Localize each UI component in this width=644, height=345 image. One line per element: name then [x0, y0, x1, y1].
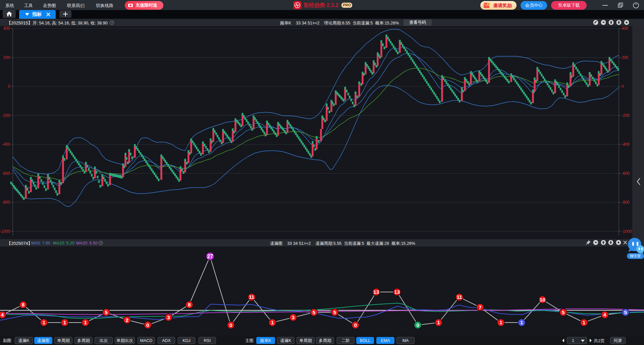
svg-text:-600: -600 — [2, 171, 10, 176]
svg-text:1: 1 — [43, 320, 45, 325]
svg-text:4: 4 — [1, 312, 4, 318]
svg-text:3: 3 — [167, 315, 170, 320]
svg-text:5: 5 — [313, 309, 315, 315]
svg-text:5: 5 — [105, 309, 107, 315]
svg-text:200: 200 — [3, 55, 10, 60]
svg-text:-800: -800 — [2, 200, 10, 205]
svg-text:3: 3 — [292, 315, 294, 320]
svg-text:-400: -400 — [622, 142, 630, 147]
svg-text:11: 11 — [249, 294, 254, 300]
svg-text:27: 27 — [207, 254, 213, 259]
svg-text:2: 2 — [125, 317, 128, 323]
svg-text:-400: -400 — [2, 142, 10, 147]
svg-text:5: 5 — [624, 309, 627, 315]
svg-text:11: 11 — [457, 294, 462, 300]
svg-text:1: 1 — [520, 320, 523, 325]
svg-text:1: 1 — [437, 320, 440, 325]
svg-text:?: ? — [100, 242, 102, 245]
svg-text:5: 5 — [333, 309, 336, 315]
svg-text:5: 5 — [562, 309, 565, 315]
svg-text:-200: -200 — [622, 113, 630, 118]
svg-text:400: 400 — [3, 26, 10, 31]
svg-text:400: 400 — [622, 26, 628, 31]
svg-text:0: 0 — [8, 84, 10, 89]
svg-text:-1000: -1000 — [622, 229, 632, 234]
svg-text:1: 1 — [63, 320, 66, 325]
svg-text:1: 1 — [84, 320, 87, 325]
svg-text:0: 0 — [354, 322, 357, 328]
svg-text:?: ? — [111, 21, 113, 24]
svg-text:10: 10 — [540, 297, 545, 302]
svg-text:7: 7 — [479, 304, 481, 310]
svg-text:8: 8 — [22, 302, 24, 307]
svg-text:1: 1 — [583, 320, 585, 325]
svg-text:-1000: -1000 — [0, 229, 10, 234]
svg-text:0: 0 — [622, 84, 624, 89]
svg-text:4: 4 — [603, 312, 606, 318]
svg-text:¥: ¥ — [488, 3, 490, 6]
svg-text:0: 0 — [146, 322, 149, 328]
svg-text:200: 200 — [622, 55, 628, 60]
svg-text:0: 0 — [229, 322, 232, 328]
svg-text:-200: -200 — [2, 113, 10, 118]
svg-text:13: 13 — [373, 289, 379, 295]
svg-text:1: 1 — [271, 320, 274, 325]
svg-text:-600: -600 — [622, 171, 630, 176]
svg-text:1: 1 — [499, 320, 502, 325]
svg-text:13: 13 — [394, 289, 400, 295]
svg-text:0: 0 — [416, 322, 419, 328]
svg-text:-800: -800 — [622, 200, 630, 205]
svg-text:8: 8 — [188, 302, 191, 307]
